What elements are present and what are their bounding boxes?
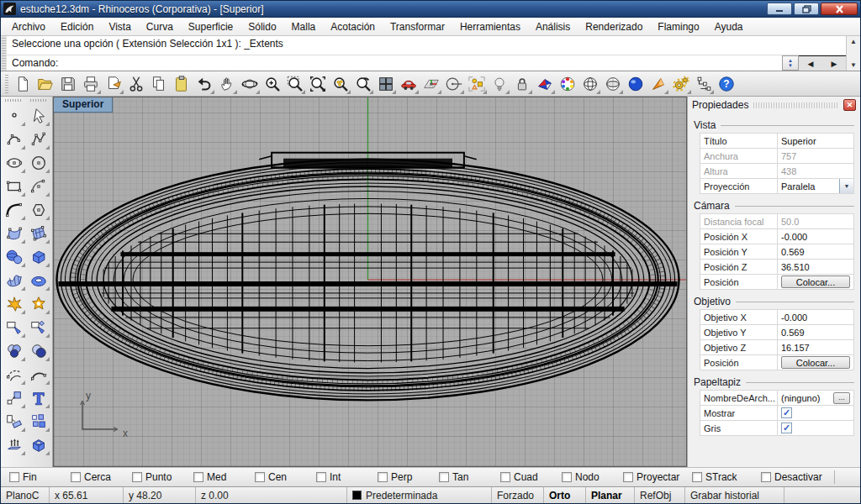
osnap-nodo[interactable]: Nodo xyxy=(562,471,623,483)
menu-edicion[interactable]: Edición xyxy=(53,18,101,35)
field-value[interactable]: Paralela xyxy=(781,181,815,192)
rotate-view-icon[interactable] xyxy=(239,73,261,95)
status-grabar-historial[interactable]: Grabar historial xyxy=(685,487,784,503)
command-grip[interactable] xyxy=(2,38,6,69)
ellipse-icon[interactable] xyxy=(3,151,26,174)
history-forward-icon[interactable]: ▶ xyxy=(832,60,837,68)
split-icon[interactable] xyxy=(27,316,50,339)
torus-icon[interactable] xyxy=(27,269,50,291)
osnap-checkbox[interactable] xyxy=(71,472,81,482)
osnap-checkbox[interactable] xyxy=(378,472,388,482)
osnap-checkbox[interactable] xyxy=(692,472,702,482)
checkbox-mostrar[interactable]: ✓ xyxy=(781,407,792,418)
viewport-superior[interactable]: Superior y x xyxy=(53,97,687,467)
osnap-cen[interactable]: Cen xyxy=(255,471,316,483)
command-input[interactable]: Comando: xyxy=(7,55,782,71)
menu-analisis[interactable]: Análisis xyxy=(528,18,578,35)
panel-close-button[interactable]: ✕ xyxy=(843,99,856,111)
osnap-checkbox[interactable] xyxy=(562,472,572,482)
osnap-checkbox[interactable] xyxy=(132,472,142,482)
menu-malla[interactable]: Malla xyxy=(284,18,324,35)
copy-icon[interactable] xyxy=(148,73,170,95)
menu-ayuda[interactable]: Ayuda xyxy=(707,18,751,35)
osnap-desactivar[interactable]: Desactivar xyxy=(761,471,830,483)
extrude-icon[interactable] xyxy=(3,433,26,456)
menu-superficie[interactable]: Superficie xyxy=(181,18,240,35)
osnap-strack[interactable]: STrack xyxy=(692,471,761,483)
field-value[interactable]: -0.000 xyxy=(781,232,807,242)
colocar-button[interactable]: Colocar... xyxy=(781,356,850,369)
curve-icon[interactable] xyxy=(3,128,26,150)
checkbox-gris[interactable]: ✓ xyxy=(781,423,792,433)
blocks-icon[interactable] xyxy=(27,410,50,433)
arc-icon[interactable] xyxy=(27,175,50,197)
polygon-icon[interactable] xyxy=(27,198,50,221)
status-planoc[interactable]: PlanoC xyxy=(1,487,50,503)
osnap-checkbox[interactable] xyxy=(439,472,449,482)
osnap-checkbox[interactable] xyxy=(316,472,326,482)
field-value[interactable]: 0.569 xyxy=(781,328,805,338)
viewport-layout-icon[interactable] xyxy=(375,73,397,95)
field-value[interactable]: Superior xyxy=(781,136,816,146)
patch-surface-icon[interactable] xyxy=(3,269,26,291)
polyline-icon[interactable] xyxy=(27,128,50,150)
blend-curve-icon[interactable] xyxy=(27,363,50,386)
pan-hand-icon[interactable] xyxy=(216,73,238,95)
osnap-checkbox[interactable] xyxy=(761,472,771,482)
osnap-checkbox[interactable] xyxy=(9,472,19,482)
osnap-cuad[interactable]: Cuad xyxy=(500,471,562,483)
orient-icon[interactable] xyxy=(3,410,26,433)
dropdown-arrow-icon[interactable]: ▼ xyxy=(839,179,853,193)
cplane-icon[interactable] xyxy=(420,73,442,95)
osnap-perp[interactable]: Perp xyxy=(378,471,439,483)
restore-button[interactable] xyxy=(794,3,819,15)
titlebar[interactable]: estuche12.3dm - Rhinoceros (Corporativa)… xyxy=(1,1,860,18)
field-value[interactable]: -0.000 xyxy=(781,312,807,323)
zoom-window-icon[interactable] xyxy=(284,73,306,95)
pointer-icon[interactable] xyxy=(27,104,50,127)
cut-icon[interactable] xyxy=(125,73,147,95)
scroll-down-icon[interactable]: ▼ xyxy=(850,61,857,69)
selection-filter-icon[interactable] xyxy=(466,73,488,95)
solid-hole-icon[interactable] xyxy=(27,433,50,456)
osnap-tan[interactable]: Tan xyxy=(439,471,500,483)
history-back-icon[interactable]: ◀ xyxy=(808,60,814,68)
new-file-icon[interactable] xyxy=(12,73,34,95)
circle-icon[interactable] xyxy=(27,151,50,174)
command-history[interactable]: Seleccione una opción ( Extensión Selecc… xyxy=(7,36,846,55)
zoom-in-icon[interactable] xyxy=(261,73,283,95)
osnap-punto[interactable]: Punto xyxy=(132,471,193,483)
toolbar-grip[interactable] xyxy=(5,75,8,93)
menu-archivo[interactable]: Archivo xyxy=(4,18,53,35)
open-file-icon[interactable] xyxy=(34,73,56,95)
field-value[interactable]: 0.569 xyxy=(781,247,805,257)
lock-icon[interactable] xyxy=(511,73,533,95)
surface-pts-icon[interactable] xyxy=(27,222,50,244)
minimize-button[interactable] xyxy=(767,3,792,15)
osnap-int[interactable]: Int xyxy=(316,471,378,483)
status-predeterminada[interactable]: Predeterminada xyxy=(347,487,492,503)
point-icon[interactable] xyxy=(3,104,26,127)
osnap-checkbox[interactable] xyxy=(623,472,633,482)
field-value[interactable]: 16.157 xyxy=(781,343,810,353)
move-scale-icon[interactable] xyxy=(3,386,26,409)
status-orto[interactable]: Orto xyxy=(544,487,586,503)
menu-transformar[interactable]: Transformar xyxy=(383,18,452,35)
browse-button[interactable]: ... xyxy=(833,392,850,404)
menu-curva[interactable]: Curva xyxy=(139,18,181,35)
osnap-fin[interactable]: Fin xyxy=(9,471,71,483)
save-file-icon[interactable] xyxy=(57,73,79,95)
undo-view-icon[interactable] xyxy=(352,73,374,95)
explode-icon[interactable] xyxy=(3,292,26,315)
rectangle-icon[interactable] xyxy=(3,175,26,197)
menu-solido[interactable]: Sólido xyxy=(240,18,283,35)
status-refobj[interactable]: RefObj xyxy=(635,487,685,503)
menu-acotacion[interactable]: Acotación xyxy=(323,18,383,35)
gears-icon[interactable] xyxy=(670,73,692,95)
export-notes-icon[interactable] xyxy=(103,73,124,95)
trim-icon[interactable] xyxy=(3,316,26,339)
wire-sphere-icon[interactable] xyxy=(579,73,601,95)
undo-icon[interactable] xyxy=(193,73,215,95)
osnap-checkbox[interactable] xyxy=(500,472,510,482)
wireframe-model[interactable] xyxy=(54,97,686,466)
